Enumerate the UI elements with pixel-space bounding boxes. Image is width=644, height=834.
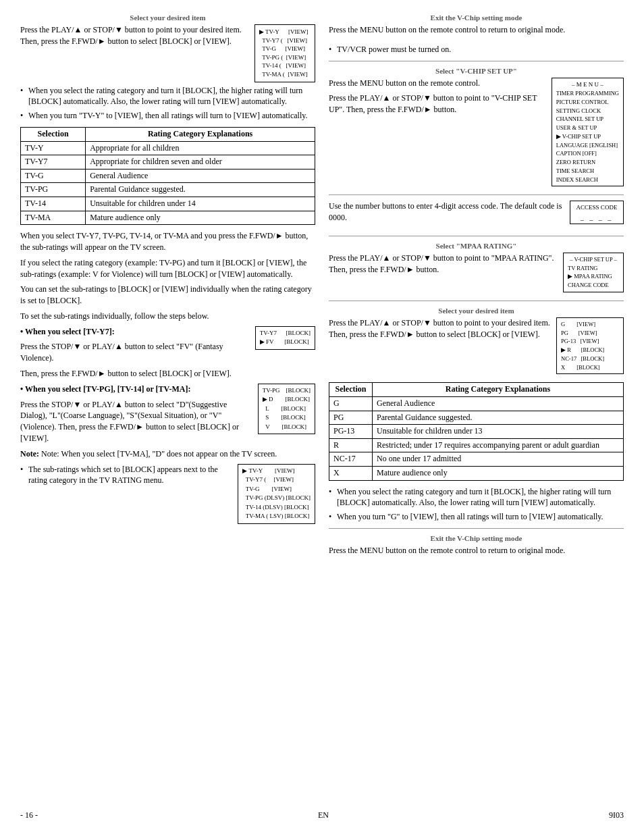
vchip-setup-section: Select "V-CHIP SET UP" – M E N U – TIMER…: [329, 67, 624, 187]
tvpg-note: Note: Note: When you select [TV-MA], "D"…: [20, 448, 315, 460]
select-desired-title: Select your desired item: [20, 14, 315, 22]
mpaa-section: Select "MPAA RATING" – V-CHIP SET UP – T…: [329, 242, 624, 292]
exit-vchip-title-2: Exit the V-Chip setting mode: [329, 534, 624, 542]
exit-vchip-section-2: Exit the V-Chip setting mode Press the M…: [329, 534, 624, 556]
tvy7-section: TV-Y7 [BLOCK] ▶ FV [BLOCK] • When you se…: [20, 326, 315, 384]
select-desired-section: Select your desired item ▶ TV-Y [VIEW] T…: [20, 14, 315, 85]
left-column: Select your desired item ▶ TV-Y [VIEW] T…: [20, 14, 315, 801]
doc-code: 9I03: [609, 810, 624, 820]
para-5: To set the sub-ratings individually, fol…: [20, 311, 315, 322]
select-desired-2-title: Select your desired item: [329, 307, 624, 315]
select-desired-content: ▶ TV-Y [VIEW] TV-Y7 ( [VIEW] TV-G [VIEW]…: [20, 24, 315, 85]
bullet-item-2a: When you select the rating category and …: [329, 486, 624, 509]
access-code-box: ACCESS CODE _ _ _ _: [570, 201, 624, 224]
exit-vchip-para-2: Press the MENU button on the remote cont…: [329, 545, 624, 556]
table-header-explanation: Rating Category Explanations: [86, 127, 315, 141]
mpaa-title: Select "MPAA RATING": [329, 242, 624, 250]
bullet-item-2b: When you turn "G" to [VIEW], then all ra…: [329, 511, 624, 523]
exit-vchip-section-1: Exit the V-Chip setting mode Press the M…: [329, 14, 624, 36]
table-row: TV-Y7 Appropriate for children seven and…: [21, 155, 315, 170]
language-code: EN: [318, 810, 329, 820]
screen-box-tvy7: TV-Y7 [BLOCK] ▶ FV [BLOCK]: [255, 326, 315, 350]
table-row: TV-14 Unsuitable for children under 14: [21, 197, 315, 211]
desired-box-2: G [VIEW] PG [VIEW] PG-13 [VIEW] ▶ R [BLO…: [556, 317, 624, 375]
bullet-list-1: When you select the rating category and …: [20, 85, 315, 122]
table-row: R Restricted; under 17 requires accompan…: [329, 438, 624, 452]
para-3: If you select the rating category (examp…: [20, 257, 315, 280]
access-code-section: ACCESS CODE _ _ _ _ Use the number butto…: [329, 201, 624, 228]
vchip-box: – V-CHIP SET UP – TV RATING ▶ MPAA RATIN…: [563, 253, 624, 292]
select-desired-2-section: Select your desired item G [VIEW] PG [VI…: [329, 307, 624, 375]
bullet-item: When you turn "TV-Y" to [VIEW], then all…: [20, 110, 315, 122]
table-row: G General Audience: [329, 397, 624, 411]
table2-header-explanation: Rating Category Explanations: [373, 383, 624, 397]
page: Select your desired item ▶ TV-Y [VIEW] T…: [0, 0, 644, 834]
table-row: NC-17 No one under 17 admitted: [329, 452, 624, 467]
exit-vchip-title-1: Exit the V-Chip setting mode: [329, 14, 624, 22]
main-content: Select your desired item ▶ TV-Y [VIEW] T…: [20, 14, 624, 801]
screen-box-1: ▶ TV-Y [VIEW] TV-Y7 ( [VIEW] TV-G [VIEW]…: [254, 24, 315, 82]
table-row: TV-G General Audience: [21, 169, 315, 183]
divider-3: [329, 236, 624, 236]
sub3-item: The sub-ratings which set to [BLOCK] app…: [20, 464, 315, 487]
tvpg-section: TV-PG [BLOCK] ▶ D [BLOCK] L [BLOCK] S [B…: [20, 384, 315, 448]
menu-box: – M E N U – TIMER PROGRAMMING PICTURE CO…: [552, 78, 624, 187]
exit-vchip-para-1: Press the MENU button on the remote cont…: [329, 24, 624, 36]
table-row: TV-PG Parental Guidance suggested.: [21, 183, 315, 197]
vcr-bullet: TV/VCR power must be turned on.: [329, 44, 624, 55]
vcr-item: TV/VCR power must be turned on.: [329, 44, 624, 55]
bullet-list-2: When you select the rating category and …: [329, 486, 624, 523]
screen-box-tvpg: TV-PG [BLOCK] ▶ D [BLOCK] L [BLOCK] S [B…: [258, 384, 315, 435]
page-footer: - 16 - EN 9I03: [20, 808, 624, 820]
table2-header-selection: Selection: [329, 383, 373, 397]
vchip-setup-title: Select "V-CHIP SET UP": [329, 67, 624, 75]
rating-table-2: Selection Rating Category Explanations G…: [329, 382, 624, 480]
para-4: You can set the sub-ratings to [BLOCK] o…: [20, 284, 315, 307]
sub3-bullets: The sub-ratings which set to [BLOCK] app…: [20, 464, 315, 487]
right-column: Exit the V-Chip setting mode Press the M…: [329, 14, 624, 801]
table-row: TV-Y Appropriate for all children: [21, 141, 315, 155]
table-row: TV-MA Mature audience only: [21, 211, 315, 225]
divider-4: [329, 301, 624, 301]
rating-table-1: Selection Rating Category Explanations T…: [20, 127, 315, 225]
table-row: PG Parental Guidance suggested.: [329, 411, 624, 425]
table-row: X Mature audience only: [329, 467, 624, 481]
table-header-selection: Selection: [21, 127, 86, 141]
page-number: - 16 -: [20, 810, 38, 820]
bullet-item: When you select the rating category and …: [20, 85, 315, 108]
divider-5: [329, 528, 624, 529]
tvy7-text2: Then, press the F.FWD/► button to select…: [20, 368, 315, 380]
table-row: PG-13 Unsuitable for children under 13: [329, 425, 624, 439]
divider-2: [329, 194, 624, 195]
divider-1: [329, 61, 624, 61]
tvrating-section: ▶ TV-Y [VIEW] TV-Y7 ( [VIEW] TV-G [VIEW]…: [20, 464, 315, 524]
para-2: When you select TV-Y7, TV-PG, TV-14, or …: [20, 230, 315, 253]
